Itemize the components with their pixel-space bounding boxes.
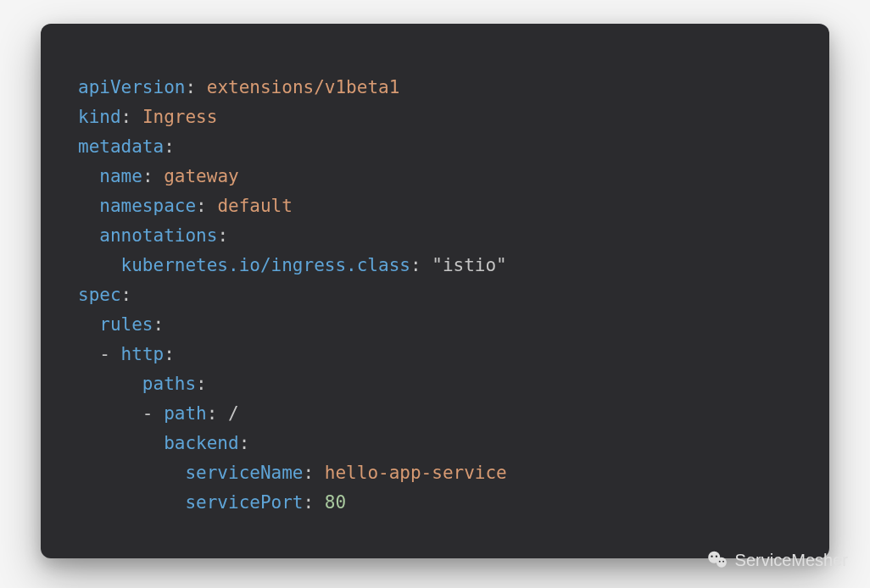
wechat-icon <box>706 549 728 571</box>
svg-point-4 <box>718 561 720 563</box>
svg-point-3 <box>715 555 717 557</box>
code-block: apiVersion: extensions/v1beta1kind: Ingr… <box>41 24 829 558</box>
code-line: serviceName: hello-app-service <box>78 458 792 488</box>
code-line: name: gateway <box>78 162 792 191</box>
code-line: kubernetes.io/ingress.class: "istio" <box>78 251 792 280</box>
watermark: ServiceMesher <box>706 549 848 571</box>
watermark-text: ServiceMesher <box>735 551 848 570</box>
svg-point-5 <box>722 561 724 563</box>
code-line: kind: Ingress <box>78 103 792 132</box>
code-line: servicePort: 80 <box>78 488 792 518</box>
code-line: - http: <box>78 340 792 369</box>
code-line: spec: <box>78 280 792 310</box>
svg-point-2 <box>711 555 712 557</box>
code-line: metadata: <box>78 132 792 162</box>
code-content: apiVersion: extensions/v1beta1kind: Ingr… <box>78 73 792 518</box>
code-line: namespace: default <box>78 191 792 221</box>
code-line: annotations: <box>78 221 792 251</box>
code-line: backend: <box>78 429 792 458</box>
code-line: apiVersion: extensions/v1beta1 <box>78 73 792 103</box>
code-line: rules: <box>78 310 792 340</box>
svg-point-1 <box>717 557 727 568</box>
code-line: - path: / <box>78 399 792 429</box>
code-line: paths: <box>78 369 792 399</box>
